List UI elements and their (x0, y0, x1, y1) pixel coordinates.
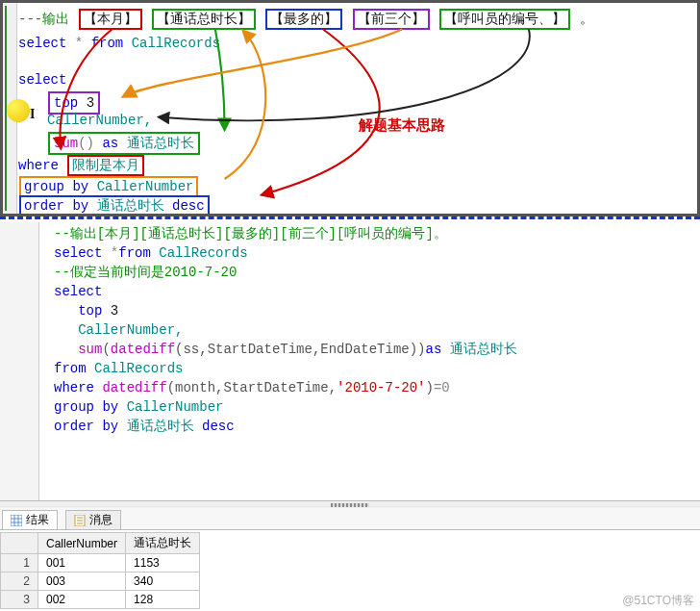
col-callernumber[interactable]: CallerNumber (38, 533, 126, 554)
table-row[interactable]: 3 002 128 (1, 591, 200, 609)
svg-rect-0 (11, 515, 22, 526)
boxed-totaldur: 【通话总时长】 (152, 9, 256, 30)
results-tabstrip: 结果 消息 (0, 508, 700, 530)
boxed-callerid: 【呼叫员的编号、】 (439, 9, 570, 30)
grid-corner (1, 533, 38, 554)
row-header: 3 (1, 591, 38, 609)
tab-results-label: 结果 (26, 512, 49, 528)
top-groupby: group by CallerNumber (18, 176, 199, 197)
table-row[interactable]: 1 001 1153 (1, 554, 200, 573)
top-select-all: select * from CallRecords (18, 36, 220, 51)
text-cursor: I (30, 107, 35, 122)
tab-messages-label: 消息 (89, 512, 112, 528)
cursor-highlight-dot (7, 99, 30, 122)
top-topn: top 3 (47, 91, 101, 115)
top-orderby: order by 通话总时长 desc (18, 195, 211, 216)
sql-editor-panel[interactable]: --输出[本月][通话总时长][最多的][前三个][呼叫员的编号]。 selec… (0, 222, 700, 511)
cell-callernumber[interactable]: 002 (38, 591, 126, 609)
cell-duration[interactable]: 340 (126, 573, 200, 591)
cell-duration[interactable]: 128 (126, 591, 200, 609)
results-panel: 结果 消息 CallerNumber 通话总时长 1 001 1153 2 (0, 508, 700, 611)
editor-gutter (0, 222, 39, 511)
sql-code[interactable]: --输出[本月][通话总时长][最多的][前三个][呼叫员的编号]。 selec… (54, 224, 517, 436)
cell-callernumber[interactable]: 001 (38, 554, 126, 573)
thinking-title: 解题基本思路 (359, 116, 445, 135)
top-callernumber: CallerNumber, (47, 113, 152, 128)
boxed-top3: 【前三个】 (353, 9, 430, 30)
task-line: ---输出 【本月】 【通话总时长】 【最多的】 【前三个】 【呼叫员的编号、】… (18, 9, 593, 30)
top-where: where 限制是本月 (18, 155, 145, 176)
cell-callernumber[interactable]: 003 (38, 573, 126, 591)
sql-comment-2: --假定当前时间是2010-7-20 (54, 265, 237, 280)
tab-results[interactable]: 结果 (2, 510, 58, 529)
boxed-most: 【最多的】 (265, 9, 342, 30)
top-sum-alias: sum() as 通话总时长 (47, 132, 201, 155)
splitter-grip-icon (331, 503, 369, 507)
table-row[interactable]: 2 003 340 (1, 573, 200, 591)
tab-messages[interactable]: 消息 (65, 510, 121, 529)
boxed-month: 【本月】 (79, 9, 142, 30)
sql-comment-1: --输出[本月][通话总时长][最多的][前三个][呼叫员的编号]。 (54, 226, 447, 242)
grid-header-row: CallerNumber 通话总时长 (1, 533, 200, 554)
task-suffix: 。 (580, 12, 593, 27)
cell-duration[interactable]: 1153 (126, 554, 200, 573)
watermark-text: @51CTO博客 (622, 593, 694, 609)
document-icon (74, 515, 86, 526)
table-icon (11, 515, 22, 526)
row-header: 1 (1, 554, 38, 573)
task-prefix: ---输出 (18, 12, 69, 27)
row-header: 2 (1, 573, 38, 591)
col-duration[interactable]: 通话总时长 (126, 533, 200, 554)
page-root: ---输出 【本月】 【通话总时长】 【最多的】 【前三个】 【呼叫员的编号、】… (0, 0, 700, 611)
results-grid[interactable]: CallerNumber 通话总时长 1 001 1153 2 003 340 … (0, 532, 200, 609)
top-select: select (18, 72, 66, 88)
top-annotated-panel: ---输出 【本月】 【通话总时长】 【最多的】 【前三个】 【呼叫员的编号、】… (0, 0, 700, 216)
